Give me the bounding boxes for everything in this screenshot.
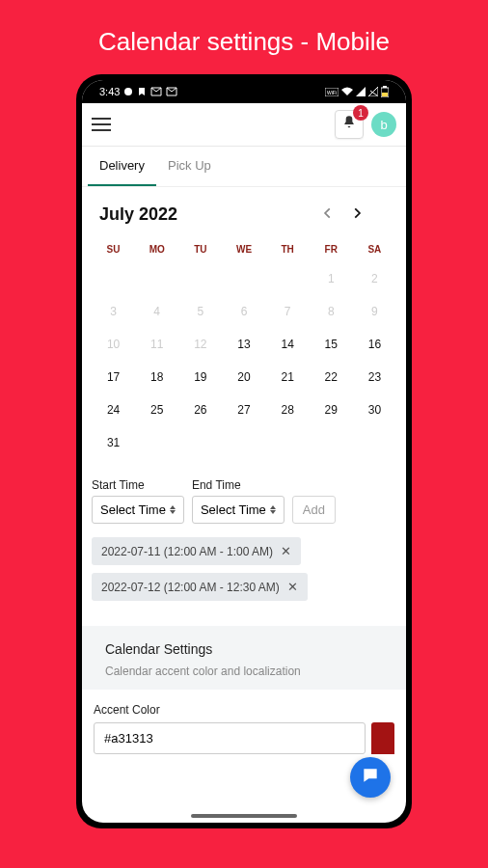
chat-icon xyxy=(361,766,380,789)
notification-badge: 1 xyxy=(353,105,368,121)
time-slot-text: 2022-07-11 (12:00 AM - 1:00 AM) xyxy=(101,545,273,558)
calendar-day[interactable]: 11 xyxy=(135,328,178,361)
svg-rect-6 xyxy=(382,93,388,96)
calendar-day[interactable]: 24 xyxy=(92,393,135,426)
calendar-day[interactable]: 3 xyxy=(92,295,135,328)
dow-header: WE xyxy=(222,238,265,262)
calendar-day[interactable]: 1 xyxy=(310,262,353,295)
calendar-day[interactable]: 31 xyxy=(92,426,135,459)
start-time-label: Start Time xyxy=(92,478,184,492)
dow-header: SA xyxy=(353,238,396,262)
close-icon[interactable]: ✕ xyxy=(281,544,291,558)
next-month-button[interactable] xyxy=(350,206,364,224)
calendar-day[interactable]: 22 xyxy=(310,361,353,393)
home-indicator xyxy=(191,814,297,818)
phone-frame: 3:43 WiFi 1 xyxy=(76,74,412,828)
calendar-day[interactable]: 18 xyxy=(135,361,178,393)
menu-button[interactable] xyxy=(92,113,115,136)
svg-text:WiFi: WiFi xyxy=(327,90,337,95)
time-slot-chip: 2022-07-12 (12:00 AM - 12:30 AM)✕ xyxy=(92,573,308,601)
tabs: DeliveryPick Up xyxy=(82,147,406,187)
settings-title: Calendar Settings xyxy=(105,641,383,657)
calendar-day[interactable]: 2 xyxy=(353,262,396,295)
calendar-day[interactable]: 15 xyxy=(310,328,353,361)
calendar-day[interactable]: 8 xyxy=(310,295,353,328)
calendar-day[interactable]: 6 xyxy=(222,295,265,328)
chat-fab[interactable] xyxy=(350,757,391,798)
sort-icon xyxy=(170,505,176,514)
dow-header: TH xyxy=(266,238,310,262)
calendar-day[interactable]: 26 xyxy=(178,393,222,426)
calendar-month-label: July 2022 xyxy=(99,204,177,225)
calendar-day[interactable]: 19 xyxy=(178,361,222,393)
time-picker-row: Start Time Select Time End Time Select T… xyxy=(82,465,406,533)
calendar-day[interactable]: 12 xyxy=(178,328,222,361)
start-time-select[interactable]: Select Time xyxy=(92,496,184,524)
calendar-day[interactable]: 9 xyxy=(353,295,396,328)
settings-section: Calendar Settings Calendar accent color … xyxy=(82,626,406,690)
calendar-day[interactable]: 7 xyxy=(266,295,310,328)
mail-icon xyxy=(166,87,177,96)
calendar-day[interactable]: 17 xyxy=(92,361,135,393)
status-bar: 3:43 WiFi xyxy=(82,80,406,103)
dow-header: MO xyxy=(135,238,178,262)
sort-icon xyxy=(270,505,276,514)
calendar-day[interactable]: 16 xyxy=(353,328,396,361)
bookmark-icon xyxy=(137,87,147,96)
status-time: 3:43 xyxy=(99,86,120,97)
nosim-icon xyxy=(368,87,378,96)
dow-header: SU xyxy=(92,238,135,262)
content: July 2022 SUMOTUWETHFRSA1234567891011121… xyxy=(82,187,406,823)
vowifi-icon: WiFi xyxy=(325,88,339,96)
calendar-day[interactable]: 23 xyxy=(353,361,396,393)
accent-color-input[interactable] xyxy=(94,722,366,754)
accent-color-block: Accent Color xyxy=(82,690,406,754)
tab-delivery[interactable]: Delivery xyxy=(88,147,156,186)
calendar-day[interactable]: 25 xyxy=(135,393,178,426)
calendar-day[interactable]: 27 xyxy=(222,393,265,426)
mail-icon xyxy=(150,87,162,96)
signal-icon xyxy=(356,87,366,96)
time-slot-text: 2022-07-12 (12:00 AM - 12:30 AM) xyxy=(101,581,280,594)
calendar-day[interactable]: 5 xyxy=(178,295,222,328)
circle-icon xyxy=(123,87,133,96)
battery-icon xyxy=(381,86,389,97)
settings-desc: Calendar accent color and localization xyxy=(105,665,383,678)
notifications-button[interactable]: 1 xyxy=(335,110,364,139)
end-time-label: End Time xyxy=(192,478,285,492)
calendar-day[interactable]: 30 xyxy=(353,393,396,426)
svg-point-0 xyxy=(124,88,132,95)
calendar: July 2022 SUMOTUWETHFRSA1234567891011121… xyxy=(82,187,406,465)
accent-color-label: Accent Color xyxy=(94,703,394,717)
wifi-icon xyxy=(341,87,353,96)
phone-screen: 3:43 WiFi 1 xyxy=(82,80,406,823)
avatar[interactable]: b xyxy=(371,112,396,137)
calendar-day[interactable]: 14 xyxy=(266,328,310,361)
calendar-grid: SUMOTUWETHFRSA12345678910111213141516171… xyxy=(92,238,396,459)
time-slot-chip: 2022-07-11 (12:00 AM - 1:00 AM)✕ xyxy=(92,537,301,565)
add-button[interactable]: Add xyxy=(292,496,336,524)
calendar-day[interactable]: 4 xyxy=(135,295,178,328)
calendar-day[interactable]: 20 xyxy=(222,361,265,393)
time-slot-list: 2022-07-11 (12:00 AM - 1:00 AM)✕2022-07-… xyxy=(82,533,406,605)
prev-month-button[interactable] xyxy=(321,206,335,224)
calendar-day[interactable]: 21 xyxy=(266,361,310,393)
end-time-select[interactable]: Select Time xyxy=(192,496,285,524)
calendar-day[interactable]: 28 xyxy=(266,393,310,426)
calendar-day[interactable]: 10 xyxy=(92,328,135,361)
close-icon[interactable]: ✕ xyxy=(287,580,298,594)
dow-header: FR xyxy=(310,238,353,262)
calendar-day[interactable]: 13 xyxy=(222,328,265,361)
calendar-day[interactable]: 29 xyxy=(310,393,353,426)
tab-pick-up[interactable]: Pick Up xyxy=(156,147,223,186)
dow-header: TU xyxy=(178,238,222,262)
accent-color-swatch[interactable] xyxy=(371,722,394,754)
app-header: 1 b xyxy=(82,103,406,147)
page-title: Calendar settings - Mobile xyxy=(0,0,488,74)
